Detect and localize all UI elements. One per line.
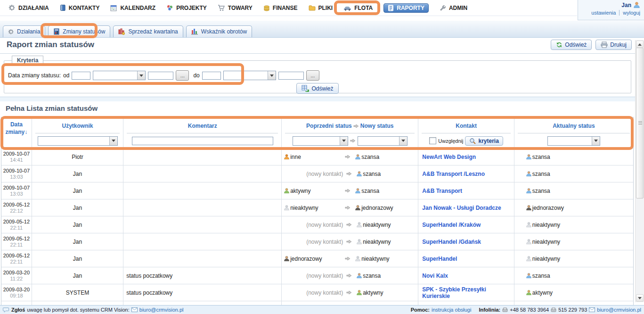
logout-link[interactable]: wyloguj [623,10,640,16]
footer-right: Pomoc: instrukcja obsługi Infolinia: +48… [411,307,641,313]
scrollbar-thumb[interactable] [636,48,644,198]
cell-contact: NewArt Web Design [418,149,514,165]
contact-link[interactable]: SuperHandel /Kraków [422,222,481,228]
section-separator [0,97,635,101]
help-link[interactable]: instrukcja obsługi [432,307,471,313]
nav-item-flota[interactable]: FLOTA [343,5,373,11]
prev-status-filter-select[interactable] [293,136,348,146]
nav-item-dzialania[interactable]: DZIAŁANIA [8,4,49,11]
contact-link[interactable]: Jan Nowak - Usługi Doradcze [422,205,501,211]
refresh-label: Odśwież [311,85,333,92]
nav-item-projekty[interactable]: PROJEKTY [166,4,207,11]
footer-email-link[interactable]: biuro@crmvision.pl [139,307,184,313]
nav-item-raporty[interactable]: RAPORTY [383,3,429,13]
status-arrow-icon [346,273,352,278]
refresh-table-icon [302,85,309,92]
column-title: Data [10,122,23,128]
cell-comment [123,233,282,250]
contact-link[interactable]: SPK - Szybkie Przesyłki Kurierskie [422,286,514,299]
date-to-picker-button[interactable]: ... [306,70,319,81]
refresh-button[interactable]: Odśwież [551,40,592,50]
cell-date: 2009-03-2009:18 [1,284,32,301]
cell-current-status: nieaktywny [514,233,633,250]
date-from-day-input[interactable] [72,72,90,80]
nav-item-kalendarz[interactable]: KALENDARZ [110,5,155,11]
tab-dzialania[interactable]: Działania [3,25,45,37]
nav-item-towary[interactable]: TOWARY [218,5,253,11]
date-to-day-input[interactable] [202,72,221,80]
nav-item-admin[interactable]: ADMIN [440,5,467,11]
status-value: szansa [356,171,381,177]
contact-link[interactable]: Novi Kalx [422,273,448,279]
nav-item-kontakty[interactable]: KONTAKTY [60,4,100,11]
vertical-scrollbar[interactable] [635,40,644,302]
speech-bubble-icon [3,307,9,313]
cell-status-change: jednorazowynieaktywny [282,250,418,267]
top-nav-bar: DZIAŁANIA KONTAKTY KALENDARZ PROJEKTY TO… [0,0,644,21]
criteria-refresh-button[interactable]: Odśwież [296,83,338,94]
contact-link[interactable]: A&B Transport /Leszno [422,171,485,177]
include-criteria-label: Uwzględnij [438,138,463,144]
settings-link[interactable]: ustawienia [591,10,616,16]
from-label: od [63,72,69,79]
status-report-icon [53,28,60,35]
cell-date: 2009-05-1222:11 [1,216,32,233]
refresh-label: Odśwież [565,41,587,48]
footer-email-link[interactable]: biuro@crmvision.pl [597,307,641,313]
scroll-up-button[interactable] [636,41,644,48]
tab-sprzedaz-kwartalna[interactable]: Sprzedaż kwartalna [113,25,183,37]
printer-icon [601,41,608,48]
comment-filter-input[interactable] [132,137,273,145]
cell-date: 2009-05-1222:11 [1,250,32,267]
spheres-icon [166,4,173,11]
nav-item-finanse[interactable]: FINANSE [263,4,298,11]
column-date[interactable]: Data zmiany↓ [1,117,32,148]
nav-item-pliki[interactable]: PLIKI [309,5,333,11]
date-from-picker-button[interactable]: ... [176,70,189,81]
list-heading: Pełna Lista zmian statusów [6,104,98,112]
nav-label: KALENDARZ [120,5,155,11]
tab-wskaznik-obrotow[interactable]: Wskaźnik obrotów [186,25,252,37]
contact-link[interactable]: NewArt Web Design [422,154,476,160]
cell-contact: Jan Nowak - Usługi Doradcze [418,199,514,216]
column-current-status[interactable]: Aktualny status [514,117,633,148]
cell-current-status: szansa [514,182,633,199]
status-person-icon [526,289,532,296]
cell-user: Piotr [32,149,123,165]
cart-icon [218,5,225,11]
contact-link[interactable]: SuperHandel /Gdańsk [422,239,481,245]
status-new-contact: (nowy kontakt) [306,239,343,245]
date-from-month-select[interactable] [93,71,146,80]
status-person-icon [356,289,362,296]
date-to-month-select[interactable] [223,71,276,80]
tab-zmiany-statusow[interactable]: Zmiany statusów [48,25,110,37]
date-from-year-input[interactable] [148,72,173,80]
status-value: jednorazowy [284,256,322,262]
status-new-contact: (nowy kontakt) [306,171,343,177]
cell-contact: SPK - Szybkie Przesyłki Kurierskie [418,284,514,301]
user-filter-select[interactable] [38,136,118,146]
scroll-down-button[interactable] [636,294,644,302]
user-icon [633,1,640,8]
date-to-year-input[interactable] [278,72,304,80]
calendar-icon [110,5,117,11]
new-status-filter-select[interactable] [358,136,408,146]
print-button[interactable]: Drukuj [595,40,632,50]
column-user[interactable]: Użytkownik [32,117,123,148]
contact-link[interactable]: SuperHandel [422,256,457,262]
table-row: 2009-05-1222:11JanjednorazowynieaktywnyS… [1,250,633,267]
criteria-button-label: kryteria [478,138,498,144]
envelope-icon [131,307,138,312]
cell-current-status: szansa [514,149,633,165]
contact-link[interactable]: A&B Transport [422,188,462,194]
column-contact[interactable]: Kontakt Uwzględnij kryteria [418,117,514,148]
include-criteria-checkbox[interactable] [429,137,436,144]
status-person-icon [356,273,362,279]
current-status-filter-select[interactable] [547,136,600,146]
status-person-icon [355,154,361,160]
column-comment[interactable]: Komentarz [123,117,282,148]
contact-criteria-button[interactable]: kryteria [465,136,503,146]
column-status-change[interactable]: Poprzedni status Nowy status [282,117,418,148]
status-person-icon [526,171,532,177]
status-value: jednorazowy [526,205,564,211]
